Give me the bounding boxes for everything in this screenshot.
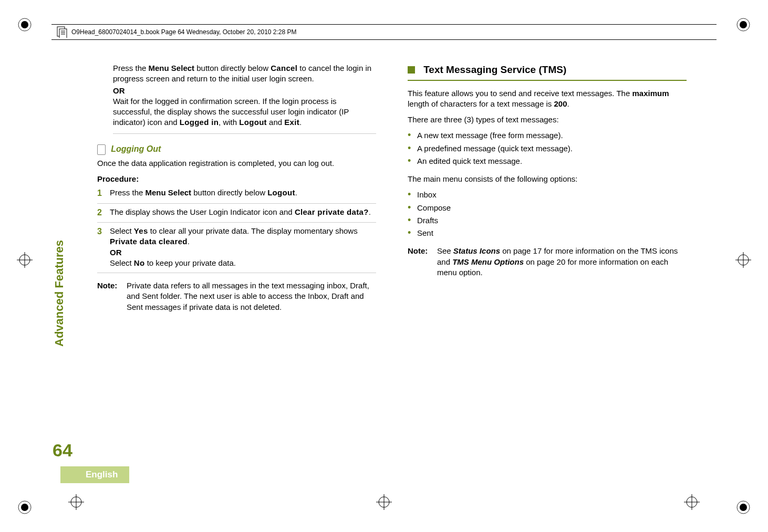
- note-body: Private data refers to all messages in t…: [127, 280, 376, 312]
- printer-mark-icon: [17, 17, 33, 33]
- section-header: Text Messaging Service (TMS): [408, 63, 687, 81]
- step-body: Select Yes to clear all your private dat…: [110, 226, 376, 268]
- list-item: Compose: [408, 203, 687, 213]
- paragraph: Press the Menu Select button directly be…: [113, 63, 376, 85]
- page-number: 64: [53, 440, 72, 461]
- menu-options-list: Inbox Compose Drafts Sent: [408, 190, 687, 238]
- step-3: 3 Select Yes to clear all your private d…: [97, 226, 376, 273]
- step-number: 2: [97, 207, 110, 218]
- section-vertical-label: Advanced Features: [53, 240, 66, 347]
- crosshair-icon: [68, 494, 84, 510]
- crosshair-icon: [376, 494, 392, 510]
- svg-point-1: [21, 21, 28, 28]
- subsection-header: Logging Out: [97, 143, 376, 155]
- paragraph: The main menu consists of the following …: [408, 174, 687, 184]
- printer-mark-icon: [735, 499, 751, 515]
- paragraph: This feature allows you to send and rece…: [408, 88, 687, 110]
- list-item: Sent: [408, 228, 687, 238]
- subsection-title: Logging Out: [111, 144, 161, 153]
- step-number: 3: [97, 226, 110, 268]
- section-title: Text Messaging Service (TMS): [423, 64, 566, 75]
- svg-point-3: [740, 21, 747, 28]
- right-column: Text Messaging Service (TMS) This featur…: [408, 63, 687, 469]
- step-2: 2 The display shows the User Login Indic…: [97, 207, 376, 223]
- message-types-list: A new text message (free form message). …: [408, 130, 687, 166]
- note-body: See Status Icons on page 17 for more inf…: [437, 246, 687, 278]
- list-item: A new text message (free form message).: [408, 130, 687, 141]
- intro-paragraph: Once the data application registration i…: [97, 158, 376, 169]
- printer-mark-icon: [17, 499, 33, 515]
- divider: [113, 133, 376, 134]
- note-block: Note: See Status Icons on page 17 for mo…: [408, 246, 687, 278]
- paragraph: Wait for the logged in confirmation scre…: [113, 96, 376, 128]
- step-body: The display shows the User Login Indicat…: [110, 207, 376, 218]
- svg-point-7: [740, 504, 747, 511]
- crosshair-icon: [735, 252, 751, 268]
- crosshair-icon: [684, 494, 700, 510]
- svg-point-5: [21, 504, 28, 511]
- paragraph: There are three (3) types of text messag…: [408, 114, 687, 125]
- list-item: An edited quick text message.: [408, 156, 687, 166]
- list-item: Drafts: [408, 215, 687, 226]
- step-number: 1: [97, 187, 110, 199]
- page-icon: [97, 144, 106, 155]
- note-block: Note: Private data refers to all message…: [97, 280, 376, 312]
- step-body: Press the Menu Select button directly be…: [110, 187, 376, 199]
- or-label: OR: [113, 86, 376, 96]
- list-item: A predefined message (quick text message…: [408, 143, 687, 154]
- note-label: Note:: [97, 280, 127, 312]
- list-item: Inbox: [408, 190, 687, 200]
- header-filename: O9Head_68007024014_b.book Page 64 Wednes…: [51, 24, 717, 40]
- note-label: Note:: [408, 246, 437, 278]
- left-column: Press the Menu Select button directly be…: [81, 63, 376, 469]
- content-area: Press the Menu Select button directly be…: [81, 63, 687, 469]
- section-marker-icon: [408, 66, 415, 74]
- continuation-block: Press the Menu Select button directly be…: [97, 63, 376, 134]
- step-1: 1 Press the Menu Select button directly …: [97, 187, 376, 204]
- crosshair-icon: [17, 252, 33, 268]
- printer-mark-icon: [735, 17, 751, 33]
- header-text: O9Head_68007024014_b.book Page 64 Wednes…: [71, 28, 297, 36]
- procedure-label: Procedure:: [97, 174, 376, 184]
- page: O9Head_68007024014_b.book Page 64 Wednes…: [0, 0, 768, 532]
